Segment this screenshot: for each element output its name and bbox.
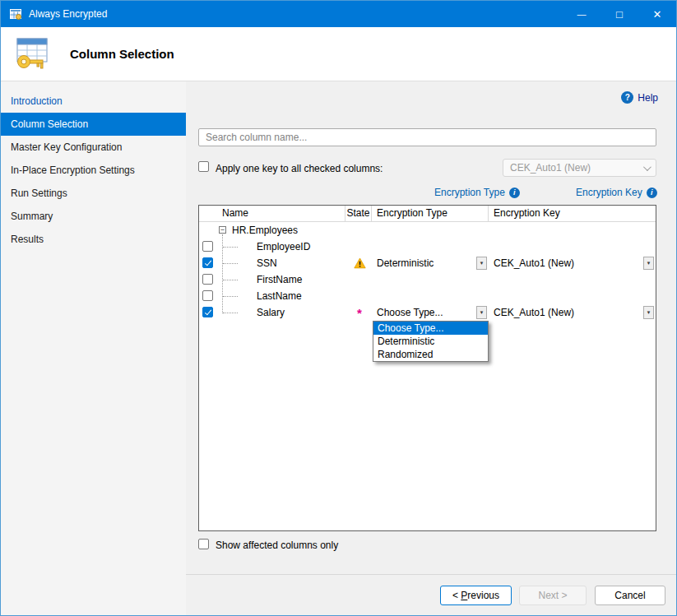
encryption-key-value: CEK_Auto1 (New) (489, 256, 643, 271)
encryption-type-value: Choose Type... (372, 305, 476, 320)
wizard-steps-sidebar: Introduction Column Selection Master Key… (1, 81, 186, 616)
encryption-type-combo[interactable]: Choose Type... ▼ (372, 305, 488, 320)
column-name: FirstName (257, 274, 302, 285)
wizard-header: Column Selection (1, 27, 676, 81)
encryption-key-combo[interactable]: CEK_Auto1 (New) ▼ (489, 305, 655, 320)
window-title: Always Encrypted (29, 8, 563, 20)
encryption-type-combo[interactable]: Deterministic ▼ (372, 256, 488, 271)
help-label: Help (638, 92, 658, 104)
maximize-icon[interactable]: □ (600, 1, 638, 27)
cek-key-select-value: CEK_Auto1 (New) (510, 162, 591, 174)
search-input[interactable] (198, 128, 656, 146)
encryption-type-dropdown: Choose Type... Deterministic Randomized (373, 321, 489, 362)
grid-header: Name State Encryption Type Encryption Ke… (199, 206, 656, 222)
titlebar: Always Encrypted — □ ✕ (1, 1, 676, 27)
cek-key-select[interactable]: CEK_Auto1 (New) (503, 159, 656, 177)
row-checkbox[interactable] (202, 290, 213, 301)
encryption-key-combo[interactable]: CEK_Auto1 (New) ▼ (489, 256, 655, 271)
info-icon[interactable]: i (509, 188, 520, 198)
table-row: EmployeeID (199, 239, 656, 255)
chevron-down-icon (643, 163, 651, 171)
tree-collapse-icon[interactable]: − (219, 226, 226, 234)
dropdown-arrow-icon[interactable]: ▼ (643, 306, 654, 319)
sidebar-item-introduction[interactable]: Introduction (1, 90, 186, 113)
encryption-key-link-label: Encryption Key (576, 187, 642, 198)
help-link[interactable]: ? Help (621, 91, 658, 104)
dropdown-option[interactable]: Randomized (373, 348, 488, 361)
table-row: FirstName (199, 271, 656, 288)
page-title: Column Selection (70, 47, 174, 61)
app-icon (9, 7, 22, 21)
header-encryption-key: Encryption Key (489, 206, 656, 221)
sidebar-item-column-selection[interactable]: Column Selection (1, 113, 186, 136)
column-name: LastName (257, 290, 302, 302)
dropdown-option[interactable]: Choose Type... (373, 322, 488, 335)
required-asterisk-icon: * (357, 307, 362, 319)
dropdown-arrow-icon[interactable]: ▼ (643, 257, 654, 270)
content-area: ? Help Apply one key to all checked colu… (186, 81, 677, 616)
row-checkbox[interactable] (202, 274, 213, 285)
header-encryption-type: Encryption Type (372, 206, 489, 221)
sidebar-item-in-place-encryption-settings[interactable]: In-Place Encryption Settings (1, 159, 186, 182)
encryption-type-link[interactable]: Encryption Type i (434, 187, 520, 198)
row-checkbox[interactable] (202, 307, 213, 317)
apply-key-label: Apply one key to all checked columns: (216, 163, 383, 174)
show-affected-label: Show affected columns only (216, 540, 338, 551)
header-name: Name (199, 206, 345, 221)
dropdown-arrow-icon[interactable]: ▼ (476, 306, 487, 319)
table-row: SSN Deterministic ▼ CEK_Auto1 (New) (199, 255, 656, 271)
window-controls: — □ ✕ (563, 1, 676, 27)
table-name: HR.Employees (232, 225, 298, 236)
sidebar-item-results[interactable]: Results (1, 228, 186, 251)
column-name: SSN (257, 257, 277, 269)
show-affected-checkbox[interactable] (198, 539, 209, 549)
table-group-row: − HR.Employees (199, 222, 656, 239)
cancel-button[interactable]: Cancel (595, 586, 665, 605)
grid-rows: − HR.Employees EmployeeID SSN (199, 222, 656, 321)
help-icon: ? (621, 91, 633, 104)
sidebar-item-run-settings[interactable]: Run Settings (1, 182, 186, 205)
encryption-key-value: CEK_Auto1 (New) (489, 305, 643, 320)
footer-divider (186, 574, 677, 575)
next-button[interactable]: Next > (519, 586, 587, 605)
table-row: LastName (199, 288, 656, 304)
row-checkbox[interactable] (202, 257, 213, 268)
encryption-key-link[interactable]: Encryption Key i (576, 187, 657, 198)
column-selection-table-key-icon (12, 36, 50, 72)
encryption-type-value: Deterministic (372, 256, 476, 271)
apply-key-checkbox[interactable] (198, 161, 209, 172)
minimize-icon[interactable]: — (563, 1, 600, 27)
sidebar-item-summary[interactable]: Summary (1, 205, 186, 228)
encryption-type-link-label: Encryption Type (434, 187, 505, 198)
columns-grid: Name State Encryption Type Encryption Ke… (198, 205, 656, 531)
close-icon[interactable]: ✕ (638, 1, 676, 27)
always-encrypted-window: Always Encrypted — □ ✕ Column Selec (0, 0, 677, 616)
row-checkbox[interactable] (202, 241, 213, 252)
dropdown-arrow-icon[interactable]: ▼ (476, 257, 487, 270)
column-name: EmployeeID (257, 241, 310, 252)
info-icon[interactable]: i (647, 188, 657, 198)
previous-button[interactable]: < Previous (440, 586, 512, 605)
warning-icon (354, 257, 366, 269)
table-row: Salary * Choose Type... ▼ CEK_Auto1 (New… (199, 304, 656, 321)
dropdown-option[interactable]: Deterministic (373, 335, 488, 348)
column-name: Salary (257, 307, 285, 318)
sidebar-item-master-key-configuration[interactable]: Master Key Configuration (1, 136, 186, 159)
header-state: State (345, 206, 372, 221)
